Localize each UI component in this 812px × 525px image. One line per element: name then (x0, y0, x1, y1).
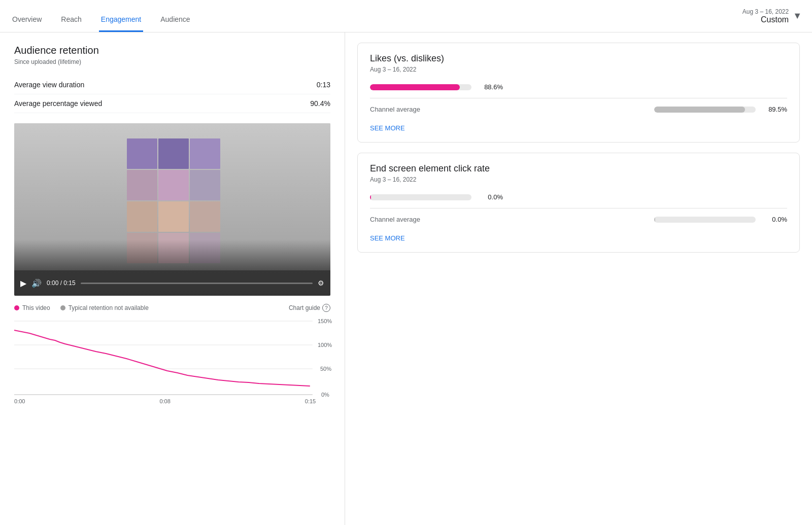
tab-reach[interactable]: Reach (59, 0, 83, 32)
main-content: Audience retention Since uploaded (lifet… (0, 32, 812, 525)
settings-icon[interactable]: ⚙ (318, 279, 324, 287)
video-controls: ▶ 🔊 0:00 / 0:15 ⚙ (14, 270, 330, 296)
legend-items: This video Typical retention not availab… (14, 304, 149, 311)
end-screen-channel-value: 0.0% (762, 216, 787, 223)
avg-pct-label: Average percentage viewed (14, 99, 102, 108)
nav-tabs: Overview Reach Engagement Audience (10, 0, 192, 32)
svg-text:0:00: 0:00 (14, 398, 25, 404)
svg-text:50%: 50% (320, 366, 331, 372)
left-panel: Audience retention Since uploaded (lifet… (0, 32, 345, 525)
legend-this-video: This video (14, 304, 50, 311)
tab-audience[interactable]: Audience (158, 0, 192, 32)
likes-channel-bar-fill (654, 107, 745, 113)
svg-text:0:08: 0:08 (159, 398, 171, 404)
likes-this-video-row: 88.6% (370, 83, 787, 91)
date-range: Aug 3 – 16, 2022 (742, 8, 789, 15)
svg-text:150%: 150% (318, 318, 332, 324)
likes-divider (370, 98, 787, 98)
top-navigation: Overview Reach Engagement Audience Aug 3… (0, 0, 812, 32)
end-screen-channel-bar-fill (654, 217, 655, 223)
tab-engagement[interactable]: Engagement (99, 0, 143, 32)
right-panel: Likes (vs. dislikes) Aug 3 – 16, 2022 88… (345, 32, 812, 525)
svg-text:100%: 100% (318, 342, 332, 348)
likes-bar-fill (370, 84, 460, 90)
avg-pct-value: 90.4% (310, 99, 330, 108)
likes-card: Likes (vs. dislikes) Aug 3 – 16, 2022 88… (357, 43, 800, 143)
video-thumbnail (14, 123, 330, 296)
date-selector[interactable]: Aug 3 – 16, 2022 Custom ▼ (742, 8, 802, 24)
gray-dot-icon (60, 305, 65, 310)
likes-card-date: Aug 3 – 16, 2022 (370, 66, 787, 73)
end-screen-card: End screen element click rate Aug 3 – 16… (357, 153, 800, 253)
stats-row-avg-duration: Average view duration 0:13 (14, 76, 330, 94)
svg-text:0:15: 0:15 (305, 398, 316, 404)
likes-see-more[interactable]: SEE MORE (370, 124, 405, 132)
likes-bar-container (370, 84, 471, 90)
end-screen-bar-fill (370, 194, 371, 200)
time-display: 0:00 / 0:15 (47, 279, 76, 287)
avg-duration-label: Average view duration (14, 81, 84, 89)
legend-typical: Typical retention not available (60, 304, 149, 311)
likes-card-title: Likes (vs. dislikes) (370, 53, 787, 64)
end-screen-see-more[interactable]: SEE MORE (370, 234, 405, 242)
end-screen-bar-container (370, 194, 471, 200)
svg-text:0%: 0% (321, 392, 329, 398)
end-screen-this-video-row: 0.0% (370, 193, 787, 201)
likes-channel-value: 89.5% (762, 106, 787, 113)
likes-channel-label: Channel average (370, 106, 648, 113)
end-screen-channel-row: Channel average 0.0% (370, 216, 787, 223)
end-screen-channel-label: Channel average (370, 216, 648, 223)
section-subtitle: Since uploaded (lifetime) (14, 58, 330, 65)
tab-overview[interactable]: Overview (10, 0, 44, 32)
volume-icon[interactable]: 🔊 (31, 278, 42, 288)
chevron-down-icon: ▼ (793, 11, 802, 21)
likes-this-video-value: 88.6% (478, 83, 503, 91)
chart-guide[interactable]: Chart guide ? (289, 304, 330, 312)
likes-channel-row: Channel average 89.5% (370, 106, 787, 113)
likes-channel-bar-container (654, 107, 756, 113)
chart-legend: This video Typical retention not availab… (14, 304, 330, 312)
retention-chart: 150% 100% 50% 0% 0:00 0:08 0:15 (14, 316, 330, 419)
pink-dot-icon (14, 305, 19, 310)
stats-row-avg-pct: Average percentage viewed 90.4% (14, 94, 330, 113)
section-title: Audience retention (14, 45, 330, 56)
end-screen-title: End screen element click rate (370, 163, 787, 174)
date-label: Custom (742, 15, 789, 24)
end-screen-date: Aug 3 – 16, 2022 (370, 176, 787, 183)
end-screen-this-video-value: 0.0% (478, 193, 503, 201)
end-screen-divider (370, 208, 787, 208)
help-icon: ? (322, 304, 330, 312)
end-screen-channel-bar-container (654, 217, 756, 223)
play-icon[interactable]: ▶ (20, 278, 26, 288)
avg-duration-value: 0:13 (317, 81, 330, 89)
progress-bar[interactable] (81, 283, 313, 284)
video-player[interactable]: ▶ 🔊 0:00 / 0:15 ⚙ (14, 123, 330, 296)
